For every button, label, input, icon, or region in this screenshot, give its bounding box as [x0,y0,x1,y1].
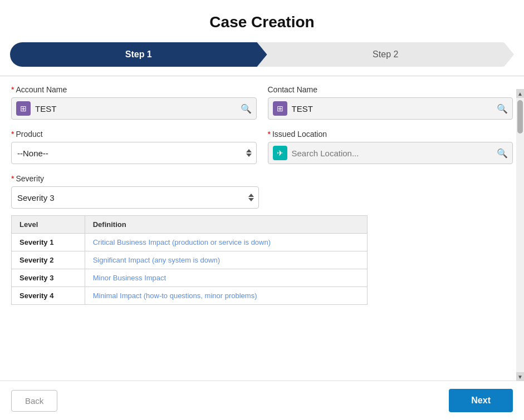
scrollbar-track: ▲ ▼ [516,89,524,381]
severity-group: * Severity Severity 1 Severity 2 Severit… [11,174,259,209]
product-arrow-down [246,154,252,157]
issued-location-input[interactable] [292,149,493,158]
severity-definition-cell: Significant Impact (any system is down) [85,251,367,269]
issued-location-group: * Issued Location ✈ 🔍 [268,130,513,164]
location-icon-box: ✈ [273,146,287,160]
required-star-account: * [11,85,14,94]
required-star-product: * [11,130,14,139]
table-row: Severity 1Critical Business Impact (prod… [12,234,368,251]
severity-arrow-up [248,194,254,197]
step-bar: Step 1 Step 2 [10,42,514,67]
contact-name-label: Contact Name [268,85,513,94]
page-title: Case Creation [0,0,524,42]
location-search-icon[interactable]: 🔍 [497,148,508,159]
severity-select-arrows [248,194,258,201]
row-severity: * Severity Severity 1 Severity 2 Severit… [11,174,513,305]
required-star-severity: * [11,174,14,183]
severity-select-wrapper: Severity 1 Severity 2 Severity 3 Severit… [11,186,259,209]
scroll-up-button[interactable]: ▲ [516,89,524,98]
required-star-location: * [268,130,271,139]
account-name-input[interactable] [35,104,236,113]
contact-name-group: Contact Name ⊞ 🔍 [268,85,513,120]
row-account-contact: * Account Name ⊞ 🔍 Contact Name ⊞ [11,85,513,120]
product-group: * Product --None-- [11,130,257,164]
scroll-down-button[interactable]: ▼ [516,372,524,381]
product-arrow-up [246,149,252,152]
product-select[interactable]: --None-- [12,142,246,164]
product-select-arrows [246,149,256,157]
account-name-input-wrapper: ⊞ 🔍 [11,97,257,120]
severity-level-cell: Severity 2 [12,251,85,269]
account-icon: ⊞ [16,101,31,116]
severity-level-cell: Severity 1 [12,234,85,251]
severity-table-header-row: Level Definition [12,216,368,234]
contact-search-icon[interactable]: 🔍 [497,103,508,114]
step2-indicator[interactable]: Step 2 [257,42,515,67]
row-product-location: * Product --None-- * Issued Location [11,130,513,164]
page-container: Case Creation Step 1 Step 2 * Account Na… [0,0,524,420]
footer: Back Next [0,381,524,420]
issued-location-label: * Issued Location [268,130,513,139]
scroll-thumb[interactable] [517,100,523,134]
grid-icon: ⊞ [20,104,27,113]
severity-arrow-down [248,198,254,201]
severity-level-cell: Severity 4 [12,287,85,305]
col-definition-header: Definition [85,216,367,234]
table-row: Severity 3Minor Business Impact [12,269,368,287]
contact-name-input-wrapper: ⊞ 🔍 [268,97,513,120]
severity-definition-cell: Critical Business Impact (production or … [85,234,367,251]
contact-icon: ⊞ [273,101,287,116]
account-name-label: * Account Name [11,85,257,94]
severity-definition-cell: Minimal Impact (how-to questions, minor … [85,287,367,305]
contact-name-input[interactable] [292,104,493,113]
severity-level-cell: Severity 3 [12,269,85,287]
severity-label: * Severity [11,174,259,183]
step1-indicator[interactable]: Step 1 [10,42,267,67]
severity-select[interactable]: Severity 1 Severity 2 Severity 3 Severit… [12,187,248,208]
contact-grid-icon: ⊞ [277,104,283,113]
form-area: * Account Name ⊞ 🔍 Contact Name ⊞ [0,76,524,381]
account-name-group: * Account Name ⊞ 🔍 [11,85,257,120]
product-select-wrapper: --None-- [11,142,257,164]
account-search-icon[interactable]: 🔍 [241,103,252,114]
product-label: * Product [11,130,257,139]
back-button[interactable]: Back [11,390,57,412]
severity-table: Level Definition Severity 1Critical Busi… [11,215,368,305]
plane-icon: ✈ [277,149,283,157]
table-row: Severity 4Minimal Impact (how-to questio… [12,287,368,305]
next-button[interactable]: Next [449,389,513,412]
issued-location-input-wrapper: ✈ 🔍 [268,142,513,164]
table-row: Severity 2Significant Impact (any system… [12,251,368,269]
col-level-header: Level [12,216,85,234]
severity-definition-cell: Minor Business Impact [85,269,367,287]
